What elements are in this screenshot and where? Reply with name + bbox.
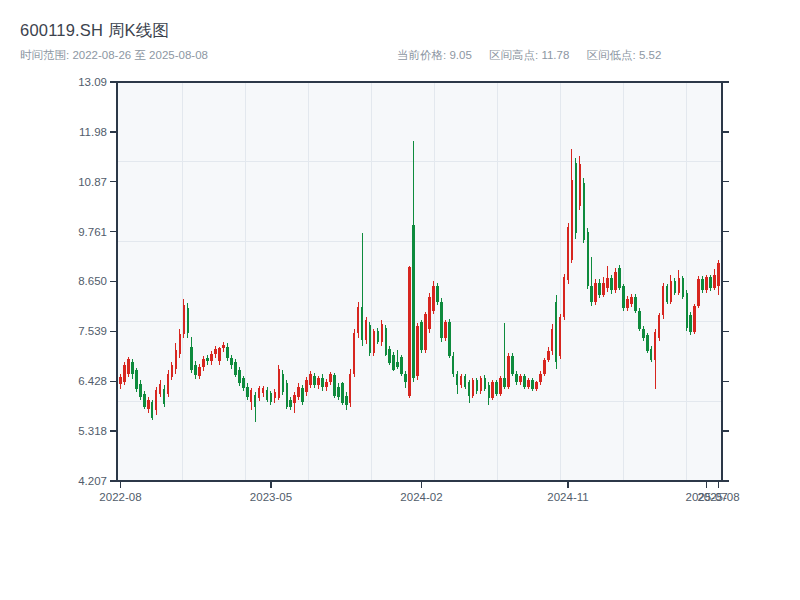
candle-body [642, 329, 645, 339]
y-tick-label: 13.09 [78, 76, 107, 88]
candle-body [396, 362, 399, 366]
candle-body [278, 369, 281, 399]
candle-body [436, 286, 439, 302]
candle-body [392, 355, 395, 370]
candle-body [705, 277, 708, 290]
candle-body [531, 380, 534, 389]
kline-chart: 13.0911.9810.879.7618.6507.5396.4285.318… [0, 0, 800, 600]
candle-body [555, 302, 558, 363]
candle-body [507, 356, 510, 387]
candle-body [650, 349, 653, 360]
candle-body [127, 359, 130, 374]
candle-body [230, 358, 233, 366]
x-tick-label: 2025-08 [697, 491, 739, 503]
candle-body [626, 299, 629, 308]
candle-body [448, 322, 451, 356]
candle-body [563, 277, 566, 317]
candle-body [147, 400, 150, 408]
candle-body [325, 382, 328, 387]
candle-body [674, 281, 677, 292]
candle-body [717, 263, 720, 285]
candle-body [337, 387, 340, 397]
candle-body [464, 376, 467, 387]
candle-body [602, 283, 605, 295]
candle-body [638, 311, 641, 329]
candle-body [610, 278, 613, 290]
candle-body [309, 374, 312, 386]
candle-body [460, 376, 463, 385]
candle-body [119, 377, 122, 384]
candle-body [412, 225, 415, 378]
candle-body [365, 320, 368, 340]
candle-body [159, 384, 162, 394]
candle-body [709, 277, 712, 288]
candle-body [452, 356, 455, 374]
candle-body [258, 388, 261, 398]
candle-body [567, 227, 570, 280]
candle-body [551, 329, 554, 351]
candle-body [163, 389, 166, 404]
candle-body [511, 356, 514, 374]
candle-body [206, 358, 209, 361]
candle-body [357, 307, 360, 334]
candle-body [400, 357, 403, 374]
candle-body [155, 390, 158, 410]
candle-body [539, 374, 542, 383]
candle-body [594, 283, 597, 302]
candle-body [472, 380, 475, 396]
candle-body [519, 376, 522, 383]
candle-body [293, 395, 296, 403]
candle-body [246, 387, 249, 397]
candle-body [139, 384, 142, 397]
candle-body [222, 345, 225, 348]
candle-body [238, 370, 241, 383]
candle-body [345, 396, 348, 405]
candle-body [167, 374, 170, 394]
candle-body [662, 286, 665, 315]
candle-body [313, 376, 316, 385]
candle-body [579, 164, 582, 206]
candle-body [317, 378, 320, 385]
candle-body [713, 275, 716, 288]
candle-body [202, 359, 205, 367]
candle-body [385, 328, 388, 355]
candle-body [495, 382, 498, 393]
candle-body [408, 267, 411, 396]
candle-body [179, 334, 182, 354]
candle-body [289, 400, 292, 407]
candle-body [456, 374, 459, 385]
x-tick-label: 2024-02 [400, 491, 442, 503]
candle-body [488, 385, 491, 398]
candle-body [575, 163, 578, 233]
candle-body [666, 286, 669, 302]
candle-body [183, 305, 186, 333]
candle-body [420, 322, 423, 350]
candle-body [686, 293, 689, 328]
candle-body [123, 365, 126, 382]
candle-body [329, 374, 332, 381]
candle-body [618, 268, 621, 289]
candle-body [682, 278, 685, 297]
candle-body [432, 286, 435, 311]
candle-body [503, 378, 506, 387]
candle-body [194, 365, 197, 375]
candle-body [527, 380, 530, 387]
candle-body [658, 315, 661, 337]
x-tick-label: 2022-08 [99, 491, 141, 503]
y-tick-label: 5.318 [78, 425, 107, 437]
candle-body [242, 378, 245, 388]
candle-body [678, 278, 681, 292]
y-tick-label: 9.761 [78, 226, 107, 238]
candle-body [349, 374, 352, 403]
candle-body [131, 362, 134, 374]
candle-body [381, 324, 384, 342]
y-tick-label: 6.428 [78, 375, 107, 387]
candle-body [547, 351, 550, 360]
candle-body [341, 383, 344, 402]
candle-body [598, 283, 601, 295]
candle-body [274, 392, 277, 398]
y-tick-label: 7.539 [78, 325, 107, 337]
candle-body [701, 279, 704, 290]
candle-body [151, 402, 154, 419]
candle-body [286, 383, 289, 406]
